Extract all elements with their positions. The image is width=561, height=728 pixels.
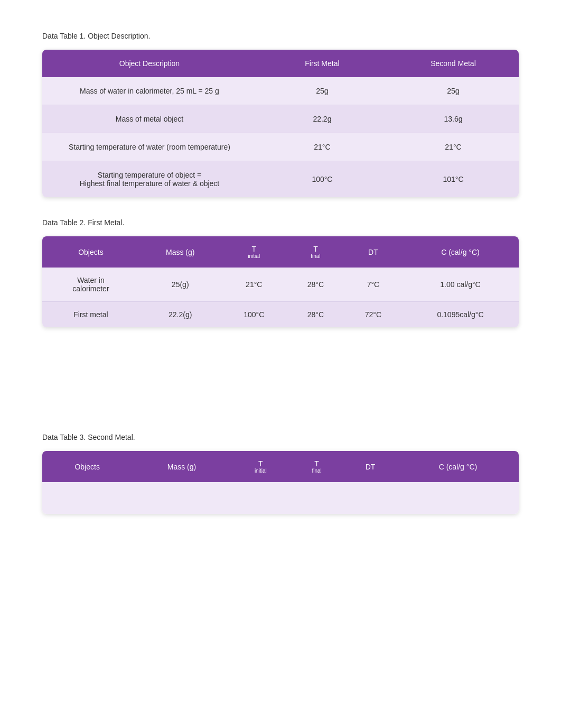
table1-section: Data Table 1. Object Description. Object… bbox=[42, 32, 519, 197]
row1-first: 25g bbox=[257, 77, 388, 105]
row1-second: 25g bbox=[388, 77, 519, 105]
t-final-sub: final bbox=[293, 253, 338, 259]
row3-second: 21°C bbox=[388, 133, 519, 161]
table-row: Starting temperature of water (room temp… bbox=[42, 133, 519, 161]
table-row: Starting temperature of object = Highest… bbox=[42, 161, 519, 198]
t-final-sub: final bbox=[296, 468, 337, 474]
row2-c: 0.1095cal/g°C bbox=[402, 302, 519, 328]
table-row: Mass of water in calorimeter, 25 mL = 25… bbox=[42, 77, 519, 105]
table-row: Mass of metal object 22.2g 13.6g bbox=[42, 105, 519, 133]
empty-cell bbox=[397, 482, 519, 514]
row1-t-final: 28°C bbox=[287, 268, 344, 302]
row1-dt: 7°C bbox=[344, 268, 402, 302]
table3-header-dt: DT bbox=[343, 451, 397, 482]
table3-header-objects: Objects bbox=[42, 451, 132, 482]
row2-mass: 22.2(g) bbox=[139, 302, 221, 328]
t-initial-sub: initial bbox=[238, 468, 284, 474]
row3-first: 21°C bbox=[257, 133, 388, 161]
table2-header-objects: Objects bbox=[42, 236, 139, 268]
table-row: Water incalorimeter 25(g) 21°C 28°C 7°C … bbox=[42, 268, 519, 302]
row2-first: 22.2g bbox=[257, 105, 388, 133]
row2-t-final: 28°C bbox=[287, 302, 344, 328]
row2-objects: First metal bbox=[42, 302, 139, 328]
table-row: First metal 22.2(g) 100°C 28°C 72°C 0.10… bbox=[42, 302, 519, 328]
table2-section: Data Table 2. First Metal. Objects Mass … bbox=[42, 218, 519, 327]
t-initial-sub: initial bbox=[228, 253, 280, 259]
empty-cell bbox=[132, 482, 231, 514]
row3-desc: Starting temperature of water (room temp… bbox=[42, 133, 257, 161]
table-row-empty bbox=[42, 482, 519, 514]
t-final-label: T bbox=[314, 459, 319, 468]
table3-header-mass: Mass (g) bbox=[132, 451, 231, 482]
row2-t-initial: 100°C bbox=[221, 302, 287, 328]
row2-second: 13.6g bbox=[388, 105, 519, 133]
table2-header-dt: DT bbox=[344, 236, 402, 268]
empty-cell bbox=[42, 482, 132, 514]
t-initial-label: T bbox=[251, 245, 256, 253]
table1-header-second: Second Metal bbox=[388, 50, 519, 77]
table3-label: Data Table 3. Second Metal. bbox=[42, 433, 519, 441]
table1-label: Data Table 1. Object Description. bbox=[42, 32, 519, 40]
table2-header-c: C (cal/g °C) bbox=[402, 236, 519, 268]
row4-desc: Starting temperature of object = Highest… bbox=[42, 161, 257, 198]
row1-mass: 25(g) bbox=[139, 268, 221, 302]
table1-header-desc: Object Description bbox=[42, 50, 257, 77]
table3: Objects Mass (g) T initial T final DT C … bbox=[42, 451, 519, 514]
empty-cell bbox=[231, 482, 291, 514]
table1: Object Description First Metal Second Me… bbox=[42, 50, 519, 197]
table3-section: Data Table 3. Second Metal. Objects Mass… bbox=[42, 433, 519, 514]
table2-header-mass: Mass (g) bbox=[139, 236, 221, 268]
row4-desc-line1: Starting temperature of object = bbox=[51, 171, 248, 179]
empty-cell bbox=[343, 482, 397, 514]
row2-desc: Mass of metal object bbox=[42, 105, 257, 133]
row4-desc-line2: Highest final temperature of water & obj… bbox=[51, 179, 248, 188]
row4-second: 101°C bbox=[388, 161, 519, 198]
row4-first: 100°C bbox=[257, 161, 388, 198]
table2-label: Data Table 2. First Metal. bbox=[42, 218, 519, 227]
table2: Objects Mass (g) T initial T final DT C … bbox=[42, 236, 519, 327]
row1-desc: Mass of water in calorimeter, 25 mL = 25… bbox=[42, 77, 257, 105]
table3-header-c: C (cal/g °C) bbox=[397, 451, 519, 482]
t-initial-label: T bbox=[258, 459, 263, 468]
table3-header-t-initial: T initial bbox=[231, 451, 291, 482]
table3-header-t-final: T final bbox=[290, 451, 343, 482]
table2-header-t-final: T final bbox=[287, 236, 344, 268]
row1-objects: Water incalorimeter bbox=[42, 268, 139, 302]
table2-header-t-initial: T initial bbox=[221, 236, 287, 268]
table1-header-first: First Metal bbox=[257, 50, 388, 77]
row1-c: 1.00 cal/g°C bbox=[402, 268, 519, 302]
row1-t-initial: 21°C bbox=[221, 268, 287, 302]
row2-dt: 72°C bbox=[344, 302, 402, 328]
empty-cell bbox=[290, 482, 343, 514]
t-final-label: T bbox=[313, 245, 318, 253]
